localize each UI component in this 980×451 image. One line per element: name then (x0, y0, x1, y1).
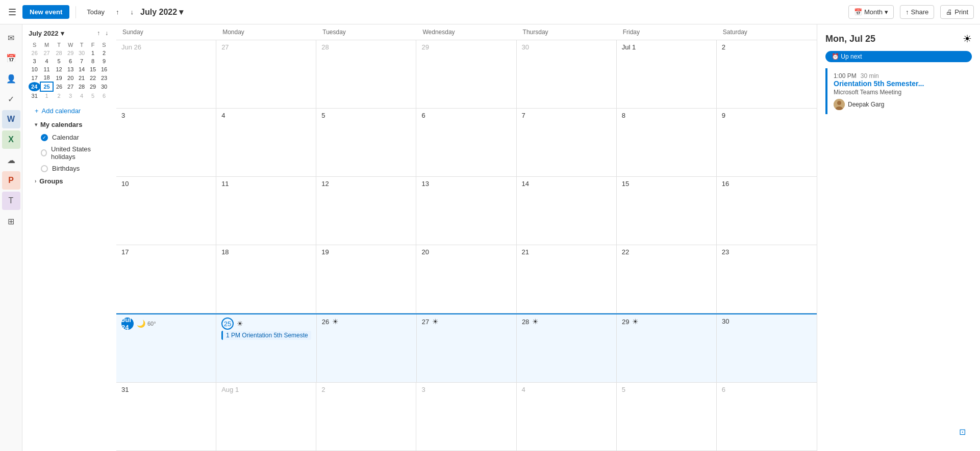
cal-day-cell[interactable]: 3 (416, 383, 516, 450)
mini-cal-next[interactable]: ↓ (103, 29, 110, 38)
mini-cal-day[interactable]: 2 (53, 91, 65, 100)
mini-cal-day[interactable]: 16 (98, 65, 110, 73)
cal-day-cell[interactable]: 26☀ (317, 314, 417, 382)
apps-nav-icon[interactable]: ⊞ (2, 212, 20, 230)
mini-cal-day[interactable]: 2 (98, 49, 110, 57)
cal-day-cell[interactable]: 21 (517, 245, 617, 313)
mini-cal-day[interactable]: 13 (65, 65, 76, 73)
cal-day-cell[interactable]: 8 (617, 109, 717, 176)
mini-cal-title[interactable]: July 2022 ▾ (29, 30, 64, 37)
mini-cal-day[interactable]: 1 (87, 49, 98, 57)
my-calendars-section[interactable]: ▾ My calendars (29, 118, 110, 131)
mini-cal-day[interactable]: 6 (65, 57, 76, 65)
cal-day-cell[interactable]: 20 (416, 245, 516, 313)
mini-cal-day[interactable]: 23 (98, 73, 110, 82)
cal-day-cell[interactable]: 23 (717, 245, 817, 313)
cal-day-cell[interactable]: 13 (416, 177, 516, 245)
nav-up-button[interactable]: ↑ (111, 6, 124, 18)
mini-cal-day[interactable]: 20 (65, 73, 76, 82)
cal-day-cell[interactable]: 28☀ (517, 314, 617, 382)
mini-cal-day[interactable]: 28 (76, 82, 87, 91)
mini-cal-prev[interactable]: ↑ (95, 29, 102, 38)
cal-day-cell[interactable]: 4 (216, 109, 316, 176)
cal-day-cell[interactable]: 12 (316, 177, 416, 245)
calendar-checkbox[interactable] (41, 149, 47, 156)
cal-day-cell[interactable]: 25☀1 PM Orientation 5th Semeste (216, 314, 317, 382)
mini-cal-day[interactable]: 7 (76, 57, 87, 65)
cal-day-cell[interactable]: 10 (116, 177, 216, 245)
view-month-button[interactable]: 📅 Month ▾ (848, 5, 894, 19)
cal-day-cell[interactable]: 6 (416, 109, 516, 176)
calendar-list-item[interactable]: Birthdays (29, 163, 110, 174)
cal-day-cell[interactable]: Aug 1 (216, 383, 316, 450)
mini-cal-day[interactable]: 30 (76, 49, 87, 57)
mini-cal-day[interactable]: 24 (29, 82, 40, 91)
mini-cal-day[interactable]: 21 (76, 73, 87, 82)
mini-cal-day[interactable]: 31 (29, 91, 40, 100)
cal-day-cell[interactable]: 6 (717, 383, 817, 450)
cal-day-cell[interactable]: 9 (717, 109, 817, 176)
mini-cal-day[interactable]: 27 (65, 82, 76, 91)
add-calendar-button[interactable]: + Add calendar (29, 104, 110, 118)
powerpoint-nav-icon[interactable]: P (2, 171, 20, 190)
mini-cal-day[interactable]: 28 (53, 49, 65, 57)
teams-nav-icon[interactable]: T (2, 192, 20, 210)
cal-day-cell[interactable]: 30 (717, 314, 817, 382)
current-month-label[interactable]: July 2022 ▾ (140, 7, 183, 17)
cal-day-cell[interactable]: 2 (316, 383, 416, 450)
excel-nav-icon[interactable]: X (2, 130, 20, 149)
cal-day-cell[interactable]: 31 (116, 383, 216, 450)
cal-day-cell[interactable]: 15 (617, 177, 717, 245)
calendar-list-item[interactable]: United States holidays (29, 143, 110, 163)
mini-cal-day[interactable]: 11 (40, 65, 53, 73)
mini-cal-day[interactable]: 17 (29, 73, 40, 82)
email-nav-icon[interactable]: ✉ (2, 29, 20, 47)
cal-day-cell[interactable]: 27 (216, 40, 316, 108)
mini-cal-day[interactable]: 14 (76, 65, 87, 73)
up-next-button[interactable]: ⏰ Up next (825, 51, 972, 62)
mini-cal-day[interactable]: 30 (98, 82, 110, 91)
cal-day-cell[interactable]: 7 (517, 109, 617, 176)
mini-cal-day[interactable]: 26 (29, 49, 40, 57)
word-nav-icon[interactable]: W (2, 110, 20, 128)
mini-cal-day[interactable]: 26 (53, 82, 65, 91)
mini-cal-day[interactable]: 27 (40, 49, 53, 57)
event-pill[interactable]: 1 PM Orientation 5th Semeste (221, 331, 311, 340)
mini-cal-day[interactable]: 1 (40, 91, 53, 100)
cal-day-cell[interactable]: 4 (517, 383, 617, 450)
calendar-list-item[interactable]: ✓Calendar (29, 131, 110, 143)
cal-day-cell[interactable]: Jul 24🌙60° (116, 314, 216, 382)
mini-cal-day[interactable]: 3 (65, 91, 76, 100)
cal-day-cell[interactable]: 29☀ (617, 314, 717, 382)
cal-day-cell[interactable]: 5 (617, 383, 717, 450)
cal-day-cell[interactable]: 19 (316, 245, 416, 313)
cal-day-cell[interactable]: Jun 26 (116, 40, 216, 108)
mini-cal-day[interactable]: 8 (87, 57, 98, 65)
cal-day-cell[interactable]: 29 (416, 40, 516, 108)
cal-day-cell[interactable]: 3 (116, 109, 216, 176)
nav-down-button[interactable]: ↓ (126, 6, 139, 18)
cal-day-cell[interactable]: 14 (517, 177, 617, 245)
people-nav-icon[interactable]: 👤 (2, 69, 20, 88)
mini-cal-day[interactable]: 12 (53, 65, 65, 73)
print-button[interactable]: 🖨 Print (940, 5, 974, 19)
cal-day-cell[interactable]: 30 (517, 40, 617, 108)
mini-cal-day[interactable]: 5 (87, 91, 98, 100)
cal-day-cell[interactable]: Jul 1 (617, 40, 717, 108)
tasks-nav-icon[interactable]: ✓ (2, 90, 20, 108)
mini-cal-day[interactable]: 10 (29, 65, 40, 73)
cal-day-cell[interactable]: 28 (316, 40, 416, 108)
cal-day-cell[interactable]: 27☀ (417, 314, 517, 382)
mini-cal-day[interactable]: 22 (87, 73, 98, 82)
mini-cal-day[interactable]: 29 (87, 82, 98, 91)
cal-day-cell[interactable]: 2 (717, 40, 817, 108)
cal-day-cell[interactable]: 17 (116, 245, 216, 313)
mini-cal-day[interactable]: 4 (76, 91, 87, 100)
mini-cal-day[interactable]: 6 (98, 91, 110, 100)
mini-cal-day[interactable]: 5 (53, 57, 65, 65)
mini-cal-day[interactable]: 25 (40, 82, 53, 91)
mini-cal-day[interactable]: 9 (98, 57, 110, 65)
onedrive-nav-icon[interactable]: ☁ (2, 151, 20, 169)
calendar-checkbox[interactable]: ✓ (41, 134, 48, 141)
calendar-checkbox[interactable] (41, 165, 48, 172)
